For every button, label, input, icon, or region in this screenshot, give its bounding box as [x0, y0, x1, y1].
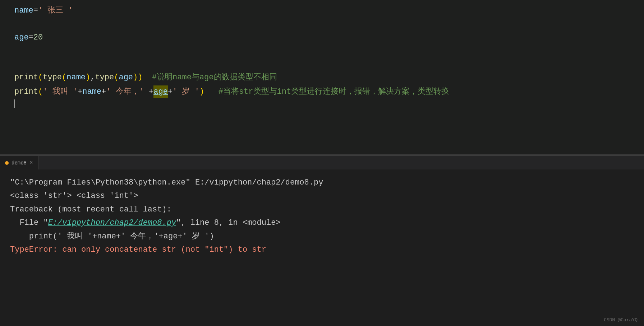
token-str-wojiao: ' 我叫 ': [43, 85, 78, 98]
token-plus3: +: [144, 85, 153, 98]
terminal-tab-label: demo8: [12, 160, 27, 166]
token-paren3: ): [86, 71, 90, 84]
token-age-highlighted: age: [153, 85, 168, 98]
cursor-blink: [14, 99, 20, 108]
token-name-val: ' 张三 ': [38, 4, 73, 17]
output-cmd: "C:\Program Files\Python38\python.exe" E…: [10, 176, 634, 189]
token-type1: type: [43, 71, 62, 84]
token-paren6: (: [38, 85, 43, 98]
code-line-name: name=' 张三 ': [0, 4, 644, 18]
output-code-snippet: print(' 我叫 '+name+' 今年，'+age+' 岁 '): [10, 230, 634, 243]
code-empty-line-2: [0, 45, 644, 57]
token-age-val: 20: [33, 31, 43, 44]
token-paren2: (: [62, 71, 66, 84]
token-paren4: (: [114, 71, 119, 84]
output-file-line: File "E:/vippython/chap2/demo8.py", line…: [10, 216, 634, 229]
token-comment1: #说明name与age的数据类型不相同: [142, 71, 277, 84]
token-str-jinnian: ' 今年，': [106, 85, 144, 98]
terminal-output: "C:\Program Files\Python38\python.exe" E…: [0, 169, 644, 326]
token-comment2: #当将str类型与int类型进行连接时，报错，解决方案，类型转换: [204, 85, 449, 98]
output-class-result: <class 'str'> <class 'int'>: [10, 189, 634, 202]
file-link[interactable]: E:/vippython/chap2/demo8.py: [48, 218, 176, 227]
tab-dot-icon: [5, 161, 9, 165]
code-line-print2: print(' 我叫 '+name+' 今年，' +age+' 岁 ') #当将…: [0, 85, 644, 99]
token-print2: print: [14, 85, 38, 98]
code-editor: name=' 张三 ' age=20 print(type(name),type…: [0, 0, 644, 154]
token-type2: type: [95, 71, 114, 84]
token-paren1: (: [38, 71, 43, 84]
token-plus2: +: [101, 85, 106, 98]
token-name-ref2: name: [82, 85, 101, 98]
code-line-age: age=20: [0, 31, 644, 45]
token-str-sui: ' 岁 ': [172, 85, 199, 98]
terminal-tab-bar: demo8 ×: [0, 156, 644, 169]
terminal-tab-demo8[interactable]: demo8 ×: [0, 156, 38, 169]
token-paren5: )): [133, 71, 142, 84]
code-empty-line-3: [0, 57, 644, 70]
output-type-error: TypeError: can only concatenate str (not…: [10, 243, 634, 256]
code-cursor-line: [0, 99, 644, 109]
token-print1: print: [14, 71, 38, 84]
token-age-var: age: [14, 31, 29, 44]
token-plus4: +: [168, 85, 172, 98]
code-line-print1: print(type(name),type(age)) #说明name与age的…: [0, 70, 644, 84]
watermark: CSDN @CaraYQ: [604, 317, 638, 323]
token-paren7: ): [199, 85, 204, 98]
output-traceback: Traceback (most recent call last):: [10, 203, 634, 216]
token-eq2: =: [29, 31, 33, 44]
code-empty-line-1: [0, 18, 644, 31]
token-plus1: +: [78, 85, 82, 98]
token-age-ref1: age: [119, 71, 133, 84]
terminal-close-icon[interactable]: ×: [29, 160, 33, 166]
token-comma1: ,: [90, 71, 95, 84]
token-eq1: =: [33, 4, 38, 17]
token-name-ref1: name: [66, 71, 86, 84]
watermark-text: CSDN @CaraYQ: [604, 317, 638, 322]
token-name-var: name: [14, 4, 33, 17]
